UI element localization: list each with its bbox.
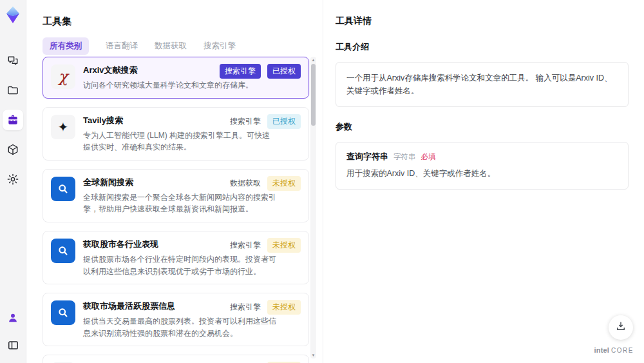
tool-card-tavily[interactable]: ✦ Tavily搜索 专为人工智能代理 (LLM) 构建的搜索引擎工具。可快速提… [43, 107, 309, 161]
detail-title: 工具详情 [336, 15, 629, 27]
cube-icon [6, 143, 19, 156]
tab-search-engine[interactable]: 搜索引擎 [204, 37, 236, 55]
user-profile-button[interactable] [3, 308, 23, 328]
auth-status-badge: 未授权 [267, 238, 301, 253]
collapse-sidebar-button[interactable] [3, 335, 23, 355]
scrollbar-thumb[interactable] [311, 64, 316, 126]
tool-intro-text: 一个用于从Arxiv存储库搜索科学论文和文章的工具。 输入可以是Arxiv ID… [336, 62, 629, 107]
parameter-item: 查询字符串 字符串 必填 用于搜索的Arxiv ID、关键字或作者姓名。 [336, 142, 629, 190]
tool-detail-panel: 工具详情 工具介绍 一个用于从Arxiv存储库搜索科学论文和文章的工具。 输入可… [323, 0, 644, 363]
app-window: 工具集 所有类别 语言翻译 数据获取 搜索引擎 χ Arxiv文献搜索 访问各个… [0, 0, 644, 363]
tool-desc: 提供当天交易量最高的股票列表。投资者可以利用这些信息来识别流动性强的股票和潜在的… [83, 315, 276, 339]
tab-data-fetch[interactable]: 数据获取 [155, 37, 187, 55]
market-search-icon [51, 239, 75, 263]
tool-desc: 全球新闻搜索是一个聚合全球各大新闻网站内容的搜索引擎，帮助用户快速获取全球最新资… [83, 191, 276, 215]
category-tabs: 所有类别 语言翻译 数据获取 搜索引擎 [43, 37, 236, 55]
param-required-badge: 必填 [421, 152, 436, 162]
download-icon [615, 320, 627, 335]
toolbox-icon [6, 113, 19, 126]
tool-list: χ Arxiv文献搜索 访问各个研究领域大量科学论文和文章的存储库。 搜索引擎 … [43, 57, 309, 363]
tools-panel: 工具集 所有类别 语言翻译 数据获取 搜索引擎 χ Arxiv文献搜索 访问各个… [26, 0, 323, 363]
folder-icon [6, 84, 19, 97]
auth-status-badge: 未授权 [267, 176, 301, 191]
intel-core-logo: intel core [594, 346, 634, 354]
category-label: 数据获取 [230, 176, 261, 191]
page-title: 工具集 [43, 15, 71, 28]
params-section-header: 参数 [336, 121, 629, 133]
sidebar-bottom [3, 308, 23, 355]
user-icon [6, 311, 19, 324]
sidebar [0, 0, 26, 363]
tab-all-categories[interactable]: 所有类别 [43, 37, 89, 55]
sidebar-nav [3, 50, 23, 190]
param-name: 查询字符串 [346, 151, 388, 162]
intro-section-header: 工具介绍 [336, 41, 629, 53]
tool-desc: 访问各个研究领域大量科学论文和文章的存储库。 [83, 79, 276, 92]
sidebar-item-chat[interactable] [3, 50, 23, 71]
chat-icon [6, 54, 19, 67]
tool-desc: 专为人工智能代理 (LLM) 构建的搜索引擎工具。可快速提供实时、准确和真实的结… [83, 130, 276, 153]
sidebar-item-tools[interactable] [3, 110, 23, 130]
tool-card-regional-news[interactable]: 万维地区新闻查询 查询具体行政区划内的新闻，快速了解各地新闻动 搜索引擎 未授权 [43, 355, 309, 363]
download-button[interactable] [609, 315, 633, 340]
arxiv-logo-icon: χ [51, 64, 75, 89]
category-label: 搜索引擎 [230, 300, 261, 315]
app-logo-icon [3, 5, 23, 25]
tab-translation[interactable]: 语言翻译 [106, 37, 138, 55]
tool-card-arxiv[interactable]: χ Arxiv文献搜索 访问各个研究领域大量科学论文和文章的存储库。 搜索引擎 … [43, 57, 309, 99]
tool-desc: 提供股票市场各个行业在特定时间段内的表现。投资者可以利用这些信息来识别表现优于或… [83, 253, 276, 277]
news-search-icon [51, 177, 75, 201]
tavily-logo-icon: ✦ [51, 115, 75, 139]
scroll-down-icon[interactable]: ▼ [310, 352, 316, 358]
auth-status-badge: 未授权 [267, 300, 301, 315]
intel-product-text: core [611, 347, 634, 354]
param-desc: 用于搜索的Arxiv ID、关键字或作者姓名。 [346, 168, 618, 180]
param-type: 字符串 [393, 152, 416, 162]
sidebar-item-settings[interactable] [3, 169, 23, 190]
panel-toggle-icon [7, 339, 19, 351]
scroll-up-icon[interactable]: ▲ [310, 57, 316, 63]
intel-brand-text: intel [594, 346, 609, 354]
tool-card-sector-performance[interactable]: 获取股市各行业表现 提供股票市场各个行业在特定时间段内的表现。投资者可以利用这些… [43, 231, 309, 284]
gear-icon [6, 173, 19, 186]
sidebar-item-models[interactable] [3, 139, 23, 160]
auth-status-badge: 已授权 [267, 64, 301, 79]
tool-card-most-active-stocks[interactable]: 获取市场最活跃股票信息 提供当天交易量最高的股票列表。投资者可以利用这些信息来识… [43, 293, 309, 346]
category-badge: 搜索引擎 [220, 64, 261, 79]
category-label: 搜索引擎 [230, 238, 261, 253]
tool-card-global-news[interactable]: 全球新闻搜索 全球新闻搜索是一个聚合全球各大新闻网站内容的搜索引擎，帮助用户快速… [43, 169, 309, 222]
list-scrollbar[interactable]: ▲ ▼ [310, 57, 316, 358]
auth-status-badge: 已授权 [267, 114, 301, 129]
market-search-icon [51, 300, 75, 325]
category-label: 搜索引擎 [230, 114, 261, 129]
sidebar-item-files[interactable] [3, 80, 23, 101]
